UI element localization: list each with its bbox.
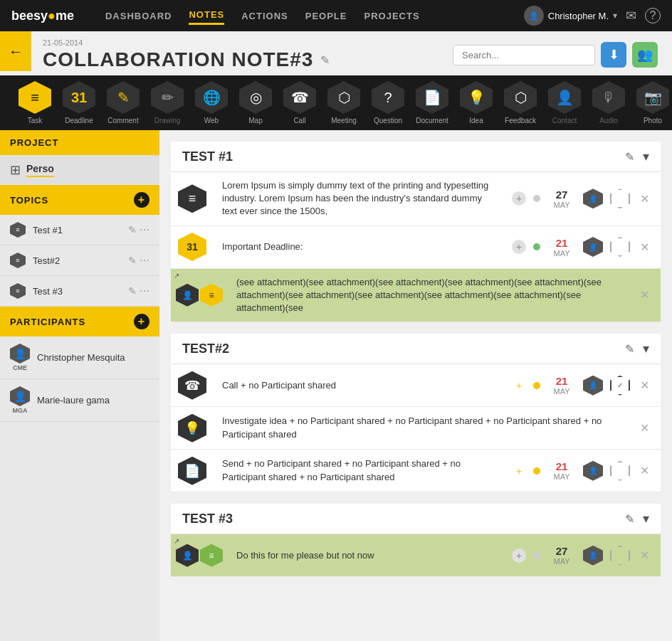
toolbar-drawing[interactable]: ✏ Drawing <box>147 81 188 125</box>
delete-note-button[interactable]: ✕ <box>637 378 652 392</box>
toolbar-audio[interactable]: 🎙 Audio <box>588 81 629 125</box>
note-date-month: MAY <box>547 201 576 209</box>
assignee-label: 👤 <box>589 243 597 251</box>
add-note-button[interactable]: + <box>512 464 526 478</box>
header-title-row: COLLABORATION NOTE#3 ✎ <box>43 48 330 71</box>
note-content: Investigate idea + no Participant shared… <box>214 407 629 449</box>
nav-actions[interactable]: ACTIONS <box>241 8 288 24</box>
toolbar-idea[interactable]: 💡 Idea <box>456 81 497 125</box>
delete-note-button[interactable]: ✕ <box>637 464 652 477</box>
logo-dot: ● <box>48 9 56 23</box>
note-item-highlighted: ↗ 👤 ≡ Do this for me please but not now … <box>171 534 661 577</box>
add-note-button[interactable]: + <box>512 549 526 563</box>
note-content: Send + no Participant shared + no Partic… <box>214 450 503 492</box>
feedback-label: Feedback <box>505 117 536 125</box>
sidebar-item-test1[interactable]: ≡ Test #1 ✎ ⋯ <box>0 215 159 245</box>
add-topic-button[interactable]: + <box>134 192 149 208</box>
note-status-hex[interactable]: ✓ <box>610 376 630 396</box>
note-dot <box>533 243 540 250</box>
back-button[interactable]: ← <box>0 31 31 71</box>
sidebar-item-test2[interactable]: ≡ Test#2 ✎ ⋯ <box>0 245 159 276</box>
note-status-hex[interactable] <box>610 189 630 208</box>
note-text: (see attachment)(see attachment)(see att… <box>236 276 620 315</box>
section-collapse-icon[interactable]: ▾ <box>643 511 649 526</box>
section-collapse-icon[interactable]: ▾ <box>643 341 649 356</box>
avatar-initials: CME <box>13 364 27 371</box>
toolbar-task[interactable]: ≡ Task <box>14 81 56 125</box>
toolbar-contact[interactable]: 👤 Contact <box>544 81 585 125</box>
project-tab-label[interactable]: Perso <box>26 163 54 177</box>
toolbar-photo[interactable]: 📷 Photo <box>632 81 672 125</box>
more-icon[interactable]: ⋯ <box>140 285 149 297</box>
section-edit-icon[interactable]: ✎ <box>625 512 634 526</box>
main-layout: PROJECT ⊞ Perso TOPICS + ≡ Test #1 ✎ ⋯ ≡… <box>0 130 672 641</box>
section-title-2: TEST#2 <box>182 341 229 356</box>
sidebar-item-test3[interactable]: ≡ Test #3 ✎ ⋯ <box>0 276 159 307</box>
toolbar-meeting[interactable]: ⬡ Meeting <box>323 81 364 125</box>
note-text: Lorem Ipsum is simply dummy text of the … <box>222 179 495 218</box>
edit-title-icon[interactable]: ✎ <box>320 53 330 67</box>
more-icon[interactable]: ⋯ <box>140 255 149 266</box>
toolbar-comment[interactable]: ✎ Comment <box>103 81 144 125</box>
delete-note-button[interactable]: ✕ <box>637 288 652 302</box>
section-edit-icon[interactable]: ✎ <box>625 342 634 356</box>
toolbar-question[interactable]: ? Question <box>367 81 409 125</box>
note-icon-col-double: ↗ 👤 ≡ <box>171 534 228 576</box>
delete-note-button[interactable]: ✕ <box>637 421 652 435</box>
toolbar-map[interactable]: ◎ Map <box>235 81 276 125</box>
avatar-icon: 👤 <box>10 344 30 364</box>
page-header-area: ← 21-05-2014 COLLABORATION NOTE#3 ✎ ⬇ 👥 <box>0 31 672 75</box>
share-button[interactable]: 👥 <box>632 42 658 68</box>
note-date-day: 21 <box>547 237 576 249</box>
participants-label: PARTICIPANTS <box>10 317 85 327</box>
toolbar-deadline[interactable]: 31 Deadline <box>58 81 100 125</box>
test-actions-3: ✎ ▾ <box>625 511 649 526</box>
note-status-hex[interactable] <box>610 546 630 566</box>
assignee-label: 👤 <box>589 195 597 203</box>
note-date: 21 MAY <box>547 237 576 258</box>
delete-note-button[interactable]: ✕ <box>637 192 652 206</box>
note-status-hex[interactable] <box>610 237 630 257</box>
add-note-button[interactable]: + <box>512 240 526 254</box>
edit-icon[interactable]: ✎ <box>128 224 137 235</box>
meeting-label: Meeting <box>331 117 357 125</box>
add-note-button[interactable]: + <box>512 378 526 393</box>
delete-note-button[interactable]: ✕ <box>637 240 652 254</box>
add-participant-button[interactable]: + <box>134 314 149 329</box>
note-status-hex[interactable] <box>610 461 630 481</box>
avatar-icon: 👤 <box>10 386 30 406</box>
section-title-1: TEST #1 <box>182 149 233 164</box>
help-icon[interactable]: ? <box>645 8 661 23</box>
add-note-button[interactable]: + <box>512 191 526 206</box>
toolbar-call[interactable]: ☎ Call <box>279 81 320 125</box>
section-collapse-icon[interactable]: ▾ <box>643 149 649 164</box>
task-hex-icon: ≡ <box>200 544 223 567</box>
edit-icon[interactable]: ✎ <box>128 285 137 297</box>
comment-icon: ✎ <box>117 89 130 106</box>
nav-projects[interactable]: PROJECTS <box>364 8 419 24</box>
task-label: Task <box>28 117 43 125</box>
search-input[interactable] <box>453 45 595 65</box>
download-button[interactable]: ⬇ <box>601 42 626 68</box>
toolbar-web[interactable]: 🌐 Web <box>191 81 232 125</box>
note-dot <box>533 552 540 559</box>
nav-notes[interactable]: NOTES <box>189 6 224 25</box>
delete-note-button[interactable]: ✕ <box>637 549 652 562</box>
nav-people[interactable]: PEOPLE <box>305 8 347 24</box>
more-icon[interactable]: ⋯ <box>140 224 149 235</box>
note-icon-col: 31 <box>171 226 214 268</box>
edit-icon[interactable]: ✎ <box>128 255 137 266</box>
section-edit-icon[interactable]: ✎ <box>625 150 634 164</box>
audio-icon: 🎙 <box>602 90 616 106</box>
user-menu[interactable]: 👤 Christopher M. ▾ <box>524 6 617 26</box>
main-content: TEST #1 ✎ ▾ ≡ Lorem Ipsum is simply dumm… <box>159 130 672 641</box>
toolbar-feedback[interactable]: ⬡ Feedback <box>500 81 541 125</box>
note-meta: + 27 MAY 👤 ✕ <box>503 534 661 576</box>
toolbar-document[interactable]: 📄 Document <box>411 81 453 125</box>
note-assignee: 👤 <box>583 189 603 208</box>
chevron-down-icon: ▾ <box>613 11 617 21</box>
topic-actions: ✎ ⋯ <box>128 285 149 297</box>
mail-icon[interactable]: ✉ <box>626 8 636 23</box>
nav-dashboard[interactable]: DASHBOARD <box>105 8 172 24</box>
idea-label: Idea <box>469 117 483 125</box>
